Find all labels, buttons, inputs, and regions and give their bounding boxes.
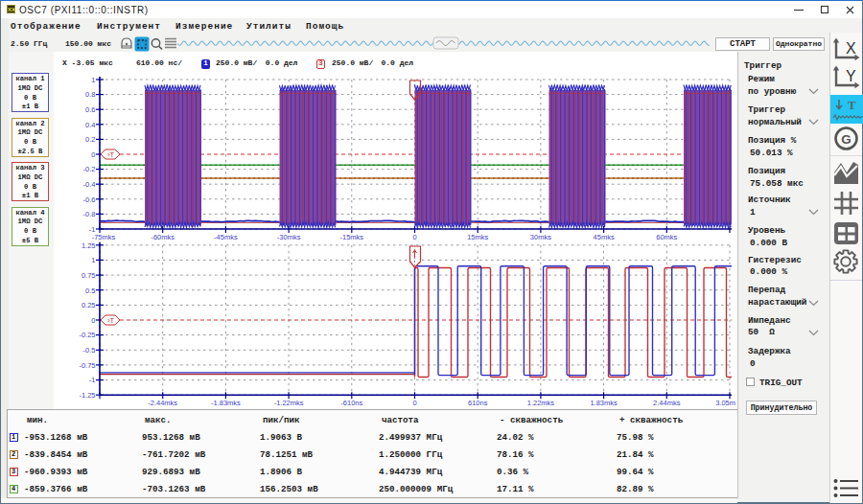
svg-text:Y: Y — [846, 68, 856, 84]
svg-text:-15mks: -15mks — [340, 233, 364, 241]
svg-text:1: 1 — [91, 76, 95, 84]
svg-text:0: 0 — [91, 316, 95, 325]
svg-text:X: X — [846, 40, 856, 57]
svg-text:-45mks: -45mks — [214, 233, 238, 241]
svg-text:G: G — [841, 132, 851, 147]
svg-text:-1.83mks: -1.83mks — [211, 399, 241, 407]
svg-text:-1.25: -1.25 — [79, 391, 95, 400]
svg-text:-610ns: -610ns — [340, 399, 362, 407]
svg-text:0.4: 0.4 — [85, 121, 95, 129]
svg-text:0: 0 — [412, 233, 416, 241]
svg-text:0.6: 0.6 — [85, 105, 95, 114]
svg-text:-1.22mks: -1.22mks — [274, 399, 304, 407]
svg-text:-0.5: -0.5 — [83, 346, 96, 355]
svg-text:T: T — [848, 98, 856, 112]
svg-text:1.25: 1.25 — [82, 241, 96, 250]
svg-text:2.44mks: 2.44mks — [653, 399, 681, 407]
svg-text:0.5: 0.5 — [85, 286, 95, 295]
svg-text:›T: ›T — [107, 316, 114, 325]
svg-text:60mks: 60mks — [656, 233, 677, 241]
svg-text:-0.2: -0.2 — [83, 165, 96, 173]
svg-text:-1: -1 — [89, 376, 96, 384]
svg-text:610ns: 610ns — [468, 399, 488, 407]
svg-text:-0.4: -0.4 — [83, 180, 96, 189]
svg-text:›T: ›T — [107, 150, 114, 159]
svg-text:-0.6: -0.6 — [83, 195, 96, 204]
svg-text:-2.44mks: -2.44mks — [148, 399, 177, 407]
svg-text:15mks: 15mks — [467, 233, 488, 241]
svg-text:0.25: 0.25 — [82, 301, 96, 309]
svg-text:1.22mks: 1.22mks — [527, 399, 555, 407]
svg-text:0.2: 0.2 — [85, 135, 95, 144]
svg-text:-0.25: -0.25 — [79, 331, 95, 339]
svg-text:3.05m: 3.05m — [715, 399, 735, 407]
svg-text:1.83mks: 1.83mks — [590, 399, 618, 407]
svg-text:-0.75: -0.75 — [79, 361, 95, 370]
svg-text:30mks: 30mks — [530, 233, 551, 241]
svg-text:45mks: 45mks — [594, 233, 615, 241]
svg-text:0.8: 0.8 — [85, 90, 95, 99]
svg-text:-30mks: -30mks — [277, 233, 301, 241]
svg-text:-60mks: -60mks — [151, 233, 175, 241]
svg-text:0.75: 0.75 — [82, 271, 96, 280]
svg-text:0: 0 — [91, 150, 95, 159]
svg-text:1: 1 — [91, 256, 95, 264]
svg-text:-0.8: -0.8 — [83, 210, 96, 218]
svg-text:0: 0 — [412, 399, 416, 407]
